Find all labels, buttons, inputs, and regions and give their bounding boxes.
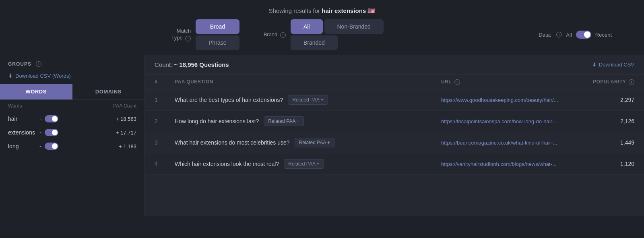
all-button[interactable]: All: [291, 19, 323, 34]
branded-button[interactable]: Branded: [291, 35, 338, 50]
popularity-cell-2: 2,126: [578, 118, 634, 124]
toggle-extensions[interactable]: [45, 129, 58, 136]
groups-info-icon[interactable]: i: [36, 61, 41, 67]
question-cell-2: How long do hair extensions last? Relate…: [175, 116, 441, 126]
data-toggle-switch[interactable]: [576, 31, 591, 39]
url-cell-3[interactable]: https://bouncemagazine.co.uk/what-kind-o…: [441, 140, 578, 146]
question-text-2: How long do hair extensions last?: [175, 118, 259, 124]
showing-text: Showing results for: [269, 7, 320, 14]
count-label: Count:: [155, 61, 172, 68]
row-num-3: 3: [155, 139, 175, 146]
match-type-label: MatchType i: [171, 28, 191, 41]
all-label: All: [566, 32, 572, 38]
row-num-1: 1: [155, 97, 175, 103]
col-question: PAA Question: [175, 79, 441, 85]
brand-label: Brand i: [264, 31, 286, 38]
words-col-label: Words: [8, 103, 22, 109]
question-cell-1: What are the best types of hair extensio…: [175, 95, 441, 105]
row-num-2: 2: [155, 118, 175, 124]
download-csv-icon: ⬇: [592, 62, 597, 68]
url-cell-1[interactable]: https://www.goodhousekeeping.com/beauty/…: [441, 97, 578, 103]
flag: 🇺🇸: [367, 7, 375, 14]
toggle-long[interactable]: [45, 143, 58, 150]
controls-center: MatchType i Broad Phrase Brand i All Non…: [16, 19, 539, 50]
col-popularity: Popularity i: [578, 79, 634, 85]
table-row: 1 What are the best types of hair extens…: [145, 89, 644, 111]
question-text-3: What hair extensions do most celebrities…: [175, 139, 290, 146]
download-csv-label: Download CSV: [599, 62, 634, 68]
match-type-group: MatchType i Broad Phrase: [171, 19, 239, 50]
count-value: ~ 18,956 Questions: [174, 61, 229, 68]
download-csv-button[interactable]: ⬇ Download CSV: [592, 62, 634, 68]
word-row-extensions: extensions - + 17,717: [0, 126, 144, 139]
tab-words[interactable]: WORDS: [0, 84, 72, 99]
url-cell-2[interactable]: https://focalpointsalonspa.com/how-long-…: [441, 118, 578, 124]
non-branded-button[interactable]: Non-Branded: [324, 19, 384, 34]
phrase-button[interactable]: Phrase: [196, 35, 239, 50]
download-words-link[interactable]: ⬇ Download CSV (Words): [0, 71, 144, 84]
main-layout: GROUPS i ⬇ Download CSV (Words) WORDS DO…: [0, 55, 644, 216]
data-toggle-row: Data: i All Recent: [539, 31, 628, 39]
col-num: #: [155, 79, 175, 85]
url-info-icon[interactable]: i: [454, 79, 460, 85]
recent-label: Recent: [595, 32, 612, 38]
tab-row: WORDS DOMAINS: [0, 84, 144, 100]
results-header: Showing results for hair extensions 🇺🇸: [0, 0, 644, 19]
related-paa-button-2[interactable]: Related PAA +: [264, 116, 304, 126]
url-cell-4[interactable]: https://vanityhairstudionh.com/blogs/new…: [441, 161, 578, 167]
question-text-1: What are the best types of hair extensio…: [175, 97, 283, 103]
controls-outer: MatchType i Broad Phrase Brand i All Non…: [0, 19, 644, 55]
minus-long[interactable]: -: [39, 143, 41, 150]
table-row: 3 What hair extensions do most celebriti…: [145, 132, 644, 153]
word-row-long: long - + 1,183: [0, 139, 144, 153]
minus-extensions[interactable]: -: [39, 129, 41, 136]
broad-button[interactable]: Broad: [196, 19, 239, 34]
match-type-info-icon[interactable]: i: [185, 36, 191, 41]
tab-domains[interactable]: DOMAINS: [72, 84, 145, 99]
question-cell-4: Which hair extensions look the most real…: [175, 159, 441, 169]
paa-count-col-label: PAA Count: [113, 103, 136, 109]
count-hair: + 18,563: [116, 116, 136, 122]
popularity-info-icon[interactable]: i: [629, 79, 634, 85]
table-row: 2 How long do hair extensions last? Rela…: [145, 111, 644, 132]
related-paa-button-4[interactable]: Related PAA +: [284, 159, 324, 169]
popularity-cell-3: 1,449: [578, 139, 634, 146]
count-extensions: + 17,717: [116, 130, 136, 136]
sidebar: GROUPS i ⬇ Download CSV (Words) WORDS DO…: [0, 55, 145, 216]
data-label: Data:: [539, 32, 551, 38]
sidebar-header: GROUPS i: [0, 55, 144, 71]
popularity-cell-1: 2,297: [578, 97, 634, 103]
groups-title: GROUPS: [8, 61, 31, 67]
related-paa-button-3[interactable]: Related PAA +: [295, 138, 335, 147]
col-url: URL i: [441, 79, 578, 85]
word-row-hair: hair - + 18,563: [0, 112, 144, 126]
brand-group: Brand i All Non-Branded Branded: [264, 19, 384, 50]
content-area: Count: ~ 18,956 Questions ⬇ Download CSV…: [145, 55, 644, 216]
table-row: 4 Which hair extensions look the most re…: [145, 153, 644, 175]
question-cell-3: What hair extensions do most celebrities…: [175, 138, 441, 147]
toggle-hair[interactable]: [45, 115, 58, 122]
brand-info-icon[interactable]: i: [280, 32, 286, 38]
keyword: hair extensions: [322, 7, 366, 14]
content-header: Count: ~ 18,956 Questions ⬇ Download CSV: [145, 55, 644, 75]
word-extensions: extensions: [8, 129, 36, 136]
minus-hair[interactable]: -: [39, 115, 41, 122]
row-num-4: 4: [155, 161, 175, 167]
table-header: # PAA Question URL i Popularity i: [145, 75, 644, 89]
word-long: long: [8, 143, 36, 149]
url-header-label: URL: [441, 79, 452, 85]
popularity-cell-4: 1,120: [578, 161, 634, 167]
popularity-header-label: Popularity: [593, 79, 626, 85]
data-info-icon[interactable]: i: [556, 32, 562, 37]
words-column-headers: Words PAA Count: [0, 100, 144, 112]
question-text-4: Which hair extensions look the most real…: [175, 161, 279, 167]
related-paa-button-1[interactable]: Related PAA +: [288, 95, 328, 105]
word-hair: hair: [8, 116, 36, 122]
download-words-label: Download CSV (Words): [15, 73, 71, 79]
download-icon: ⬇: [8, 72, 13, 79]
count-text: Count: ~ 18,956 Questions: [155, 61, 229, 68]
count-long: + 1,183: [119, 143, 136, 149]
